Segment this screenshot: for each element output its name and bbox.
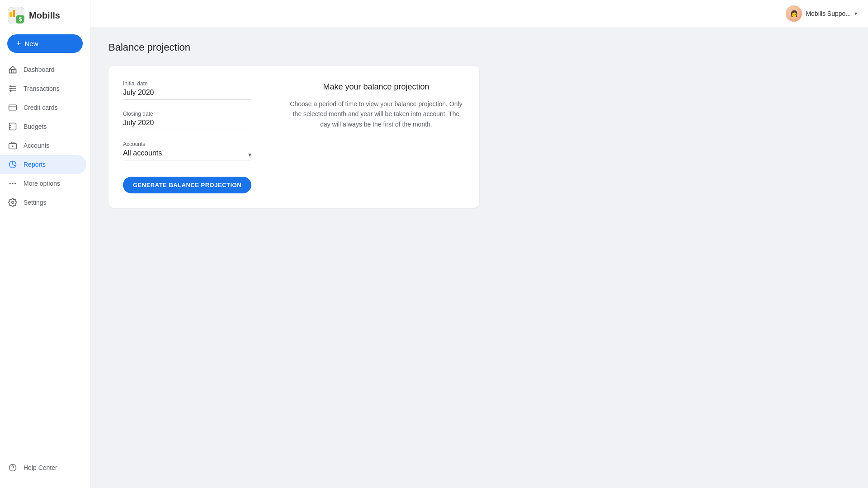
user-area[interactable]: 👩 Mobills Suppo... ▾: [786, 5, 857, 22]
initial-date-value[interactable]: July 2020: [123, 89, 251, 100]
form-section: Initial date July 2020 Closing date July…: [123, 80, 251, 193]
sidebar-item-label: Dashboard: [24, 66, 55, 73]
sidebar-item-label: Reports: [24, 161, 46, 168]
sidebar-item-more-options[interactable]: More options: [0, 174, 86, 193]
page-title: Balance projection: [108, 42, 850, 53]
home-icon: [8, 65, 17, 74]
sidebar-bottom: Help Center: [0, 455, 90, 481]
logo-area: $ Mobills: [0, 0, 90, 31]
more-icon: [8, 179, 17, 188]
svg-rect-12: [9, 105, 17, 110]
svg-point-24: [12, 202, 14, 204]
sidebar-item-label: Settings: [24, 199, 47, 206]
sidebar: $ Mobills + New Dashboard: [0, 0, 90, 488]
page-content: Balance projection Initial date July 202…: [90, 27, 868, 488]
accounts-icon: [8, 141, 17, 150]
svg-text:$: $: [19, 16, 22, 23]
new-button[interactable]: + New: [7, 34, 83, 53]
initial-date-group: Initial date July 2020: [123, 80, 251, 100]
svg-rect-5: [9, 70, 16, 73]
chevron-down-icon: ▾: [854, 10, 857, 17]
app-logo: $: [8, 7, 24, 23]
help-icon: [8, 463, 17, 472]
closing-date-value[interactable]: July 2020: [123, 119, 251, 130]
sidebar-item-label: Help Center: [24, 464, 57, 471]
accounts-select-wrapper: All accounts ▾: [123, 149, 251, 160]
svg-rect-2: [13, 10, 15, 17]
sidebar-item-accounts[interactable]: Accounts: [0, 136, 86, 155]
svg-point-11: [10, 90, 12, 92]
sidebar-item-label: Budgets: [24, 123, 47, 130]
budgets-icon: [8, 122, 17, 131]
svg-point-23: [14, 183, 16, 184]
sidebar-item-credit-cards[interactable]: Credit cards: [0, 98, 86, 117]
transactions-icon: [8, 84, 17, 93]
app-name-label: Mobills: [29, 10, 60, 21]
plus-icon: +: [16, 39, 21, 48]
closing-date-group: Closing date July 2020: [123, 111, 251, 130]
sidebar-item-label: Accounts: [24, 142, 50, 149]
svg-point-25: [9, 465, 16, 471]
initial-date-label: Initial date: [123, 80, 251, 87]
projection-card: Initial date July 2020 Closing date July…: [108, 66, 479, 208]
sidebar-item-reports[interactable]: Reports: [0, 155, 86, 174]
avatar-image: 👩: [786, 5, 802, 22]
avatar: 👩: [786, 5, 802, 22]
accounts-group: Accounts All accounts ▾: [123, 141, 251, 160]
svg-point-9: [10, 86, 12, 87]
sidebar-item-budgets[interactable]: Budgets: [0, 117, 86, 136]
accounts-select[interactable]: All accounts: [123, 149, 251, 157]
info-title: Make your balance projection: [288, 82, 465, 92]
sidebar-item-settings[interactable]: Settings: [0, 193, 86, 212]
reports-icon: [8, 160, 17, 169]
sidebar-item-label: Credit cards: [24, 104, 57, 111]
sidebar-item-transactions[interactable]: Transactions: [0, 79, 86, 98]
sidebar-item-label: Transactions: [24, 85, 60, 92]
nav-section: Dashboard Transactions Credit cards: [0, 60, 90, 455]
svg-point-21: [9, 183, 11, 184]
sidebar-item-dashboard[interactable]: Dashboard: [0, 60, 86, 79]
info-description: Choose a period of time to view your bal…: [288, 99, 465, 129]
generate-projection-button[interactable]: GENERATE BALANCE PROJECTION: [123, 177, 251, 193]
settings-icon: [8, 198, 17, 207]
info-section: Make your balance projection Choose a pe…: [288, 80, 465, 193]
svg-point-22: [12, 183, 13, 184]
topbar: 👩 Mobills Suppo... ▾: [90, 0, 868, 27]
sidebar-item-label: More options: [24, 180, 60, 187]
sidebar-item-help-center[interactable]: Help Center: [0, 458, 86, 477]
svg-rect-1: [9, 12, 12, 17]
user-name-label: Mobills Suppo...: [806, 10, 851, 17]
closing-date-label: Closing date: [123, 111, 251, 117]
main-content: 👩 Mobills Suppo... ▾ Balance projection …: [90, 0, 868, 488]
accounts-label: Accounts: [123, 141, 251, 147]
svg-rect-14: [9, 123, 16, 130]
svg-point-10: [10, 88, 12, 89]
credit-card-icon: [8, 103, 17, 112]
